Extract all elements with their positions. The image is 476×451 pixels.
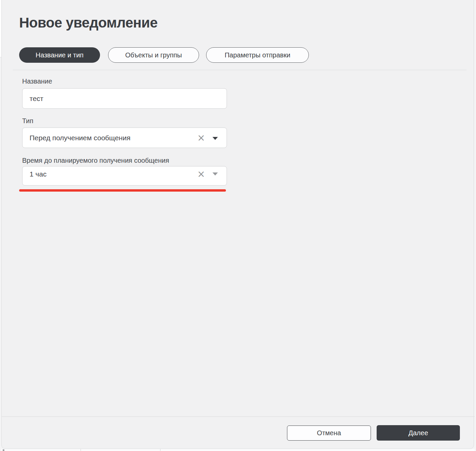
tab-name-and-type[interactable]: Название и тип bbox=[19, 47, 100, 63]
name-field-label: Название bbox=[22, 78, 52, 85]
validation-error-underline bbox=[19, 189, 226, 192]
cancel-button-label: Отмена bbox=[317, 429, 341, 437]
cancel-button[interactable]: Отмена bbox=[287, 425, 371, 441]
tab-label: Параметры отправки bbox=[225, 51, 290, 59]
next-button[interactable]: Далее bbox=[377, 425, 460, 441]
name-input[interactable]: тест bbox=[22, 88, 227, 109]
tab-label: Объекты и группы bbox=[125, 51, 182, 59]
time-select-value: 1 час bbox=[30, 170, 197, 178]
tab-objects-and-groups[interactable]: Объекты и группы bbox=[108, 47, 199, 63]
tab-label: Название и тип bbox=[36, 51, 84, 59]
tabs-divider bbox=[13, 70, 467, 70]
name-input-value: тест bbox=[30, 95, 218, 103]
new-notification-dialog: Новое уведомление Название и тип Объекты… bbox=[0, 0, 476, 451]
type-select[interactable]: Перед получением сообщения × bbox=[22, 128, 227, 148]
time-field-label: Время до планируемого получения сообщени… bbox=[22, 157, 169, 164]
chevron-down-icon[interactable] bbox=[212, 137, 218, 140]
tab-send-parameters[interactable]: Параметры отправки bbox=[206, 47, 309, 63]
page-title: Новое уведомление bbox=[19, 15, 157, 31]
next-button-label: Далее bbox=[409, 429, 428, 437]
type-select-value: Перед получением сообщения bbox=[30, 134, 197, 142]
time-select[interactable]: 1 час × bbox=[22, 166, 227, 186]
footer-divider bbox=[1, 416, 475, 417]
clear-icon[interactable]: × bbox=[197, 169, 205, 179]
clear-icon[interactable]: × bbox=[197, 133, 205, 143]
chevron-down-icon[interactable] bbox=[212, 172, 218, 176]
type-field-label: Тип bbox=[22, 117, 33, 125]
